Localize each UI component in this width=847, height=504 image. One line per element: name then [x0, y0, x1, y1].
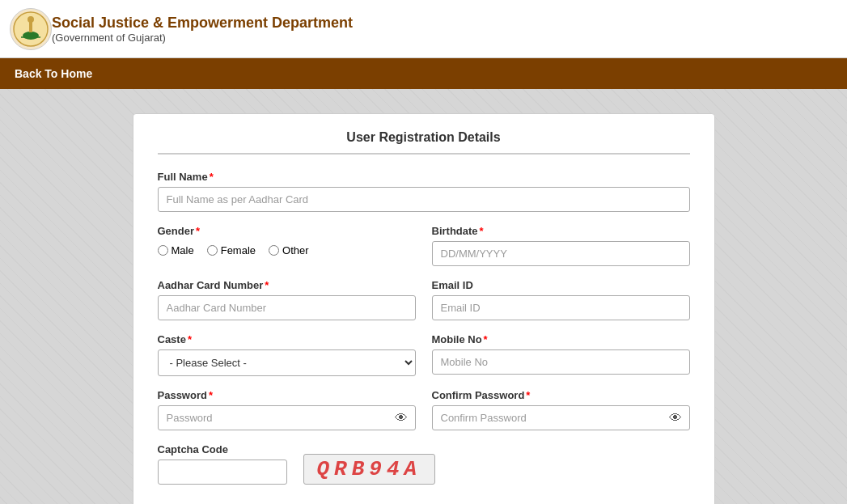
password-group: Password* 👁︎ — [158, 389, 416, 430]
mobile-label: Mobile No* — [432, 333, 690, 345]
password-wrapper: 👁︎ — [158, 405, 416, 430]
gender-other-item[interactable]: Other — [269, 244, 309, 256]
caste-required: * — [188, 333, 192, 345]
caste-label: Caste* — [158, 333, 416, 345]
gender-birthdate-row: Gender* Male Female Other — [158, 225, 690, 266]
gender-radio-group: Male Female Other — [158, 244, 416, 256]
gender-male-radio[interactable] — [158, 245, 168, 256]
birthdate-required: * — [480, 225, 484, 237]
confirm-password-group: Confirm Password* 👁︎ — [432, 389, 690, 430]
aadhar-input[interactable] — [158, 295, 416, 320]
mobile-required: * — [484, 333, 488, 345]
password-required: * — [209, 389, 213, 401]
captcha-input[interactable] — [158, 460, 287, 485]
gender-male-label: Male — [172, 244, 194, 256]
confirm-password-required: * — [526, 389, 530, 401]
birthdate-label: Birthdate* — [432, 225, 690, 237]
dept-name: Social Justice & Empowerment Department — [52, 15, 353, 32]
email-input[interactable] — [432, 295, 690, 320]
dept-sub: (Government of Gujarat) — [52, 32, 353, 44]
aadhar-email-row: Aadhar Card Number* Email ID — [158, 279, 690, 320]
mobile-group: Mobile No* — [432, 333, 690, 376]
gender-female-item[interactable]: Female — [207, 244, 256, 256]
header-title: Social Justice & Empowerment Department … — [52, 15, 353, 44]
svg-point-3 — [28, 16, 34, 23]
birthdate-group: Birthdate* — [432, 225, 690, 266]
form-title: User Registration Details — [158, 130, 690, 155]
caste-group: Caste* - Please Select - General OBC SC … — [158, 333, 416, 376]
gender-other-label: Other — [282, 244, 309, 256]
header: Social Justice & Empowerment Department … — [0, 0, 847, 58]
confirm-password-toggle-icon[interactable]: 👁︎ — [669, 411, 682, 426]
aadhar-required: * — [265, 279, 269, 291]
password-label: Password* — [158, 389, 416, 401]
confirm-password-label: Confirm Password* — [432, 389, 690, 401]
aadhar-label: Aadhar Card Number* — [158, 279, 416, 291]
mobile-input[interactable] — [432, 349, 690, 375]
full-name-required: * — [210, 171, 214, 183]
gender-other-radio[interactable] — [269, 245, 279, 256]
aadhar-group: Aadhar Card Number* — [158, 279, 416, 320]
navbar: Back To Home — [0, 58, 847, 89]
page-background: User Registration Details Full Name* Gen… — [0, 89, 847, 504]
registration-form-card: User Registration Details Full Name* Gen… — [133, 113, 715, 504]
confirm-password-input[interactable] — [432, 405, 690, 430]
gender-label: Gender* — [158, 225, 416, 237]
email-label: Email ID — [432, 279, 690, 291]
captcha-row: Captcha Code QRB94A — [158, 443, 690, 485]
captcha-input-group: Captcha Code — [158, 443, 287, 485]
full-name-group: Full Name* — [158, 171, 690, 212]
password-toggle-icon[interactable]: 👁︎ — [395, 411, 408, 426]
full-name-input[interactable] — [158, 187, 690, 212]
back-to-home-button[interactable]: Back To Home — [0, 58, 107, 89]
gender-group: Gender* Male Female Other — [158, 225, 416, 266]
password-input[interactable] — [158, 405, 416, 430]
govt-logo — [10, 8, 52, 50]
gender-female-label: Female — [221, 244, 256, 256]
caste-mobile-row: Caste* - Please Select - General OBC SC … — [158, 333, 690, 376]
gender-female-radio[interactable] — [207, 245, 218, 256]
captcha-image: QRB94A — [303, 454, 436, 485]
gender-required: * — [196, 225, 200, 237]
gender-male-item[interactable]: Male — [158, 244, 194, 256]
full-name-row: Full Name* — [158, 171, 690, 212]
svg-rect-2 — [29, 21, 32, 32]
password-row: Password* 👁︎ Confirm Password* 👁︎ — [158, 389, 690, 430]
svg-point-1 — [23, 32, 39, 40]
email-group: Email ID — [432, 279, 690, 320]
caste-select[interactable]: - Please Select - General OBC SC ST — [158, 349, 416, 376]
birthdate-input[interactable] — [432, 241, 690, 266]
confirm-password-wrapper: 👁︎ — [432, 405, 690, 430]
full-name-label: Full Name* — [158, 171, 690, 183]
captcha-label: Captcha Code — [158, 443, 287, 455]
